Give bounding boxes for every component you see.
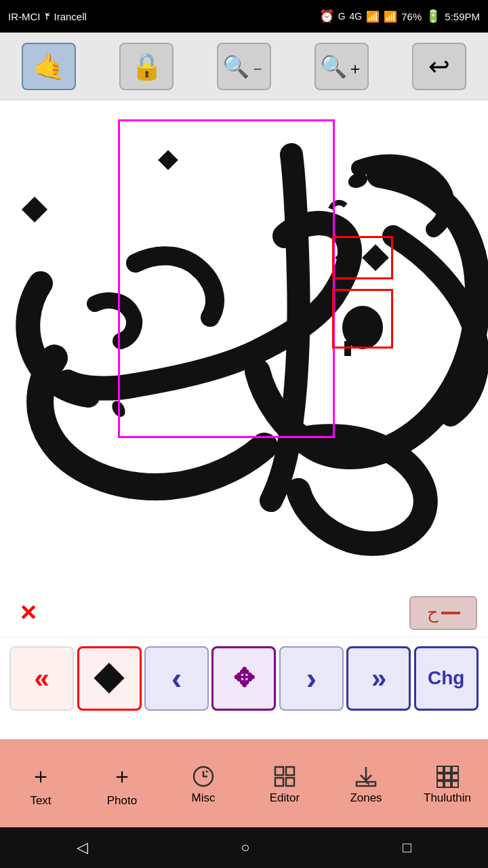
calligraphy-svg — [0, 100, 488, 589]
right-arrow-button[interactable]: › — [279, 646, 344, 711]
svg-rect-13 — [286, 767, 294, 775]
svg-rect-16 — [357, 782, 375, 786]
time-label: 5:59PM — [445, 11, 480, 22]
4g-icon: 4G — [350, 11, 363, 22]
zoom-out-icon: 🔍－ — [222, 54, 266, 79]
underline-indicator — [441, 612, 460, 614]
carrier-extra: Irancell — [54, 11, 87, 22]
battery-icon: 🔋 — [426, 9, 441, 24]
svg-rect-12 — [275, 767, 283, 775]
nav-item-thuluthin[interactable]: Thuluthin — [410, 764, 485, 805]
photo-nav-icon: ＋ — [111, 762, 133, 791]
thuluthin-nav-label: Thuluthin — [424, 791, 471, 805]
farsi-text: ۴ — [45, 10, 50, 22]
nav-item-misc[interactable]: Misc — [166, 764, 241, 805]
zoom-in-icon: 🔍＋ — [320, 54, 363, 79]
editor-nav-label: Editor — [270, 791, 300, 805]
control-panel: « ‹ ✥ › « Chg — [0, 637, 488, 719]
toolbar: 🤙 🔒 🔍－ 🔍＋ ↩ — [0, 33, 488, 100]
close-x-icon: ✕ — [19, 600, 37, 626]
svg-rect-9 — [344, 341, 351, 356]
svg-rect-25 — [452, 781, 458, 787]
misc-nav-icon — [191, 764, 216, 789]
left-arrow-icon: ‹ — [171, 660, 182, 696]
svg-rect-24 — [445, 781, 451, 787]
android-recent-button[interactable]: □ — [403, 839, 411, 856]
undo-icon: ↩ — [428, 52, 450, 81]
android-nav-bar: ◁ ○ □ — [0, 827, 488, 868]
double-arrow-right-icon: « — [371, 663, 386, 694]
move-button[interactable]: ✥ — [211, 646, 276, 711]
hand-tool-button[interactable]: 🤙 — [22, 43, 76, 90]
diamond-icon — [92, 660, 127, 696]
nav-item-zones[interactable]: Zones — [329, 764, 403, 805]
nav-item-photo[interactable]: ＋ Photo — [85, 762, 159, 808]
right-arrow-icon: › — [306, 660, 317, 696]
svg-rect-21 — [445, 774, 451, 780]
chg-button[interactable]: Chg — [414, 646, 479, 711]
battery-label: 76% — [401, 11, 422, 22]
move-icon: ✥ — [233, 663, 255, 693]
text-nav-icon: ＋ — [30, 762, 52, 791]
signal-icon: G — [338, 11, 346, 22]
svg-rect-19 — [452, 766, 458, 772]
editor-nav-icon — [272, 764, 297, 789]
chg-label: Chg — [428, 667, 464, 689]
thuluthin-nav-icon — [435, 764, 460, 789]
svg-rect-18 — [445, 766, 451, 772]
svg-rect-14 — [275, 778, 283, 786]
status-left: IR-MCI ۴ Irancell — [8, 10, 87, 22]
zoom-out-button[interactable]: 🔍－ — [217, 43, 271, 90]
left-arrow-button[interactable]: ‹ — [144, 646, 209, 711]
svg-rect-15 — [286, 778, 294, 786]
zoom-in-button[interactable]: 🔍＋ — [314, 43, 369, 90]
right-double-arrow-button[interactable]: « — [346, 646, 411, 711]
svg-rect-20 — [437, 774, 443, 780]
svg-rect-22 — [452, 774, 458, 780]
diamond-button[interactable] — [77, 646, 142, 711]
lock-button[interactable]: 🔒 — [119, 43, 174, 90]
svg-rect-23 — [437, 781, 443, 787]
zones-nav-label: Zones — [350, 791, 382, 805]
arabic-ha-label: ح — [427, 602, 439, 623]
android-home-button[interactable]: ○ — [241, 839, 249, 856]
nav-item-text[interactable]: ＋ Text — [3, 762, 78, 808]
left-double-arrow-button[interactable]: « — [9, 646, 74, 711]
photo-nav-label: Photo — [107, 794, 137, 808]
undo-button[interactable]: ↩ — [412, 43, 466, 90]
bottom-nav: ＋ Text ＋ Photo Misc Editor Zones — [0, 739, 488, 827]
android-back-button[interactable]: ◁ — [77, 839, 88, 856]
signal-bars2-icon: 📶 — [384, 10, 397, 23]
nav-item-editor[interactable]: Editor — [247, 764, 322, 805]
alarm-icon: ⏰ — [319, 9, 334, 24]
text-nav-label: Text — [30, 794, 51, 808]
canvas-area[interactable] — [0, 100, 488, 589]
svg-rect-17 — [437, 766, 443, 772]
lock-icon: 🔒 — [131, 52, 163, 81]
status-bar: IR-MCI ۴ Irancell ⏰ G 4G 📶 📶 76% 🔋 5:59P… — [0, 0, 488, 33]
svg-rect-10 — [94, 663, 124, 693]
status-right: ⏰ G 4G 📶 📶 76% 🔋 5:59PM — [319, 9, 480, 24]
carrier-label: IR-MCI — [8, 11, 41, 22]
close-x-button[interactable]: ✕ — [11, 596, 45, 630]
signal-bars-icon: 📶 — [366, 10, 380, 23]
arabic-ha-button[interactable]: ح — [409, 596, 477, 630]
action-row: ✕ ح — [0, 589, 488, 637]
zones-nav-icon — [354, 764, 378, 789]
hand-icon: 🤙 — [33, 52, 65, 81]
double-arrow-left-icon: « — [35, 663, 49, 694]
misc-nav-label: Misc — [192, 791, 216, 805]
